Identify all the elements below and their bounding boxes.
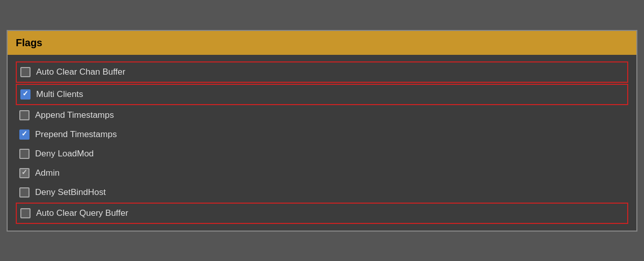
flag-label-admin[interactable]: Admin: [35, 168, 60, 178]
flag-item-append-timestamps: Append Timestamps: [16, 106, 628, 125]
checkbox-wrapper-multi-clients: [20, 89, 31, 100]
checkbox-wrapper-deny-setbindhost: [19, 187, 30, 198]
flag-item-admin: Admin: [16, 164, 628, 183]
flag-item-prepend-timestamps: Prepend Timestamps: [16, 125, 628, 144]
panel-title: Flags: [16, 37, 42, 48]
flag-item-deny-loadmod: Deny LoadMod: [16, 144, 628, 164]
checkbox-wrapper-auto-clear-query-buffer: [20, 208, 31, 219]
flags-panel: Flags Auto Clear Chan BufferMulti Client…: [7, 30, 637, 232]
checkbox-multi-clients[interactable]: [20, 89, 31, 100]
flag-label-multi-clients[interactable]: Multi Clients: [36, 89, 83, 100]
checkbox-wrapper-auto-clear-chan-buffer: [20, 67, 31, 78]
flag-label-deny-loadmod[interactable]: Deny LoadMod: [35, 149, 94, 159]
flag-item-auto-clear-chan-buffer: Auto Clear Chan Buffer: [16, 61, 628, 83]
checkbox-wrapper-prepend-timestamps: [19, 129, 30, 140]
checkbox-wrapper-admin: [19, 168, 30, 179]
flag-label-auto-clear-chan-buffer[interactable]: Auto Clear Chan Buffer: [36, 67, 125, 77]
flag-label-deny-setbindhost[interactable]: Deny SetBindHost: [35, 187, 106, 198]
panel-body: Auto Clear Chan BufferMulti ClientsAppen…: [8, 55, 636, 231]
checkbox-deny-setbindhost[interactable]: [19, 187, 30, 198]
flag-item-multi-clients: Multi Clients: [16, 84, 628, 105]
checkbox-wrapper-deny-loadmod: [19, 148, 30, 159]
flag-item-auto-clear-query-buffer: Auto Clear Query Buffer: [16, 203, 628, 224]
checkbox-admin[interactable]: [19, 168, 30, 178]
checkbox-deny-loadmod[interactable]: [19, 149, 30, 159]
flag-label-append-timestamps[interactable]: Append Timestamps: [35, 110, 114, 120]
flag-label-auto-clear-query-buffer[interactable]: Auto Clear Query Buffer: [36, 208, 128, 218]
flag-item-deny-setbindhost: Deny SetBindHost: [16, 183, 628, 202]
checkbox-prepend-timestamps[interactable]: [19, 129, 30, 140]
checkbox-auto-clear-query-buffer[interactable]: [20, 208, 31, 218]
flag-label-prepend-timestamps[interactable]: Prepend Timestamps: [35, 129, 117, 140]
panel-header: Flags: [8, 31, 636, 55]
checkbox-wrapper-append-timestamps: [19, 110, 30, 121]
checkbox-append-timestamps[interactable]: [19, 110, 30, 120]
checkbox-auto-clear-chan-buffer[interactable]: [20, 67, 31, 77]
